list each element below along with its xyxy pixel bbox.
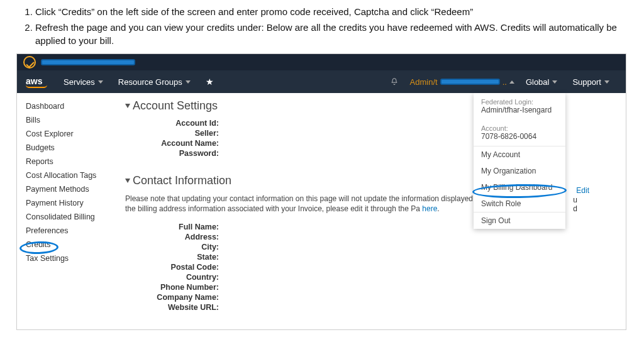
sidebar-item-payment-methods[interactable]: Payment Methods <box>26 182 121 196</box>
nav-global[interactable]: Global <box>518 77 565 87</box>
account-number: 7078-6826-0064 <box>481 132 558 141</box>
chevron-up-icon <box>509 80 514 84</box>
screenshot-container: aws Services Resource Groups ★ Admi <box>16 53 626 330</box>
sidebar-item-payment-history[interactable]: Payment History <box>26 196 121 210</box>
menu-my-organization[interactable]: My Organization <box>474 163 565 179</box>
label-phone: Phone Number: <box>125 283 223 292</box>
menu-my-account[interactable]: My Account <box>474 146 565 163</box>
nav-account-menu[interactable]: Admin/t .. <box>406 77 518 87</box>
nav-pin[interactable]: ★ <box>198 77 221 87</box>
sidebar-item-cost-allocation-tags[interactable]: Cost Allocation Tags <box>26 168 121 182</box>
aws-logo[interactable]: aws <box>17 76 56 88</box>
nav-global-label: Global <box>526 77 550 87</box>
chevron-down-icon <box>186 80 191 84</box>
sidebar-item-cost-explorer[interactable]: Cost Explorer <box>26 127 121 141</box>
chevron-down-icon <box>604 80 609 84</box>
label-website: Website URL: <box>125 303 223 312</box>
instruction-2: Refresh the page and you can view your c… <box>35 21 625 47</box>
federated-login-value: Admin/tfhar-Isengard <box>481 106 558 114</box>
nav-resource-groups[interactable]: Resource Groups <box>111 77 198 87</box>
nav-notifications[interactable] <box>382 77 406 86</box>
contact-note: Please note that updating your contact i… <box>125 194 528 214</box>
truncated-text-fragment: ud <box>573 196 577 214</box>
contact-info-title: Contact Information <box>133 174 231 187</box>
browser-bar <box>17 54 626 70</box>
billing-sidebar: Dashboard Bills Cost Explorer Budgets Re… <box>17 93 121 330</box>
instruction-list: Click “Credits” on the left side of the … <box>0 0 644 47</box>
label-address: Address: <box>125 233 223 241</box>
edit-contact-link[interactable]: Edit <box>576 186 589 195</box>
sidebar-item-dashboard[interactable]: Dashboard <box>26 99 121 113</box>
nav-services-label: Services <box>64 77 95 87</box>
label-full-name: Full Name: <box>125 223 223 231</box>
sidebar-item-preferences[interactable]: Preferences <box>26 224 121 238</box>
contact-note-line1: Please note that updating your contact i… <box>125 194 473 203</box>
label-account-id: Account Id: <box>125 119 223 128</box>
account-dropdown-panel: Federated Login: Admin/tfhar-Isengard Ac… <box>474 93 565 229</box>
aws-logo-text: aws <box>26 76 42 86</box>
label-state: State: <box>125 253 223 262</box>
collapse-triangle-icon <box>125 179 130 183</box>
nav-resource-groups-label: Resource Groups <box>118 77 182 87</box>
label-account-name: Account Name: <box>125 139 223 148</box>
chevron-down-icon <box>552 80 557 84</box>
nav-services[interactable]: Services <box>56 77 111 87</box>
label-city: City: <box>125 243 223 251</box>
sidebar-item-credits[interactable]: Credits <box>26 238 121 251</box>
sidebar-item-bills[interactable]: Bills <box>26 113 121 127</box>
main-panel: Account Settings Account Id: Seller: Acc… <box>121 93 626 330</box>
sidebar-item-consolidated-billing[interactable]: Consolidated Billing <box>26 210 121 224</box>
redacted-account <box>440 79 500 85</box>
label-company: Company Name: <box>125 293 223 302</box>
label-password: Password: <box>125 149 223 158</box>
content-row: Dashboard Bills Cost Explorer Budgets Re… <box>17 93 626 330</box>
menu-sign-out[interactable]: Sign Out <box>474 212 565 229</box>
menu-switch-role[interactable]: Switch Role <box>474 196 565 212</box>
account-settings-title: Account Settings <box>133 99 218 113</box>
label-seller: Seller: <box>125 129 223 138</box>
pin-icon: ★ <box>206 77 214 87</box>
instruction-1: Click “Credits” on the left side of the … <box>35 5 625 18</box>
collapse-triangle-icon <box>125 104 130 108</box>
sidebar-item-budgets[interactable]: Budgets <box>26 141 121 155</box>
nav-support-label: Support <box>572 77 601 87</box>
sidebar-item-reports[interactable]: Reports <box>26 155 121 168</box>
nav-account-prefix: Admin/t <box>410 77 438 87</box>
label-country: Country: <box>125 273 223 282</box>
chevron-down-icon <box>98 80 103 84</box>
shield-check-icon <box>23 56 36 69</box>
sidebar-item-tax-settings[interactable]: Tax Settings <box>26 251 121 265</box>
payment-methods-link[interactable]: here <box>422 204 437 213</box>
nav-support[interactable]: Support <box>565 77 617 87</box>
bell-icon <box>390 77 399 86</box>
aws-topnav: aws Services Resource Groups ★ Admi <box>17 70 626 93</box>
redacted-url <box>41 59 135 65</box>
federated-login-label: Federated Login: <box>481 98 558 106</box>
menu-my-billing-dashboard[interactable]: My Billing Dashboard <box>474 179 565 196</box>
account-label: Account: <box>481 124 558 132</box>
label-postal: Postal Code: <box>125 263 223 272</box>
